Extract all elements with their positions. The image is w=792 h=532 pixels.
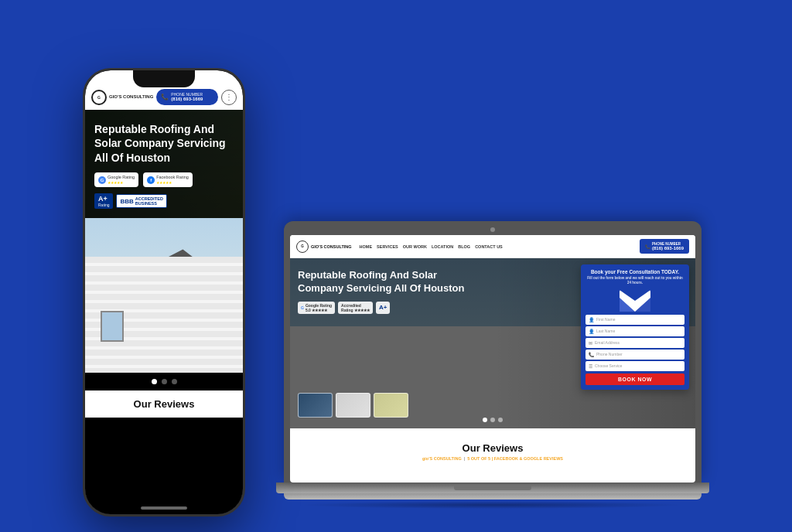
laptop-reviews-title: Our Reviews <box>463 442 524 454</box>
envelope-body <box>620 290 650 312</box>
phone-screen: G GIO'S CONSULTING 📞 PHONE NUMBER (816) … <box>85 70 243 514</box>
firstname-icon: 👤 <box>589 317 594 322</box>
laptop-nav-phone[interactable]: 📞 PHONE NUMBER (816) 693-1669 <box>640 239 689 254</box>
laptop-form-phone[interactable]: 📞 Phone Number <box>585 350 684 360</box>
phone-ratings: G Google Rating ★★★★★ f Facebook Rating <box>94 172 234 188</box>
facebook-logo: f <box>147 176 155 184</box>
laptop-shadow <box>299 501 686 509</box>
laptop-consultation-form: Book your Free Consultation TODAY. Fill … <box>581 264 689 390</box>
phone-menu-button[interactable]: ⋮ <box>221 90 237 105</box>
laptop-nav-links: HOME SERVICES OUR WORK LOCATION BLOG CON… <box>360 244 635 249</box>
phone-carousel-dots <box>85 373 243 390</box>
laptop-nav-phone-text: PHONE NUMBER (816) 693-1669 <box>652 242 684 251</box>
phone-house-image <box>85 218 243 373</box>
laptop-screen-container: G GIO'S CONSULTING HOME SERVICES OUR WOR… <box>284 221 702 483</box>
laptop-dot-1 <box>483 418 487 422</box>
laptop-form-lastname[interactable]: 👤 Last Name <box>585 326 684 336</box>
phone-reviews-section: Our Reviews <box>85 390 243 418</box>
phone-facebook-rating-text: Facebook Rating ★★★★★ <box>156 175 189 186</box>
laptop-logo-circle: G <box>296 240 309 253</box>
phone-logo-g: G <box>97 95 101 100</box>
laptop-logo-text: GIO'S CONSULTING <box>311 244 352 249</box>
laptop-form-firstname[interactable]: 👤 First Name <box>585 315 684 325</box>
phone-logo: G GIO'S CONSULTING <box>91 90 153 105</box>
phone-bbb-badges: A+ Rating BBB ACCREDITED BUSINESS <box>94 193 234 209</box>
phone-icon: 📞 <box>161 94 169 101</box>
phone-hero-content: Reputable Roofing And Solar Company Serv… <box>94 122 234 209</box>
phone-reviews-title: Our Reviews <box>93 398 235 410</box>
phone-mockup: G GIO'S CONSULTING 📞 PHONE NUMBER (816) … <box>83 68 245 517</box>
laptop-form-email[interactable]: ✉ Email Address <box>585 338 684 348</box>
nav-link-our-work[interactable]: OUR WORK <box>403 244 427 249</box>
laptop-screen: G GIO'S CONSULTING HOME SERVICES OUR WOR… <box>290 235 695 483</box>
phone-dot-2 <box>162 379 167 384</box>
phone-google-rating: G Google Rating ★★★★★ <box>94 172 138 188</box>
laptop-base <box>276 483 709 493</box>
envelope-left <box>620 298 635 312</box>
laptop-reviews-section: Our Reviews gio'S CONSULTING | 5 OUT OF … <box>290 428 695 475</box>
house-window <box>101 311 124 342</box>
laptop-mockup: G GIO'S CONSULTING HOME SERVICES OUR WOR… <box>276 221 709 509</box>
phone-dot-3 <box>172 379 177 384</box>
laptop-navbar: G GIO'S CONSULTING HOME SERVICES OUR WOR… <box>290 235 695 258</box>
laptop-thumb-3 <box>374 393 408 418</box>
google-logo: G <box>98 176 106 184</box>
scene: G GIO'S CONSULTING 📞 PHONE NUMBER (816) … <box>0 0 792 532</box>
laptop-form-header: Book your Free Consultation TODAY. Fill … <box>585 269 684 287</box>
phone-logo-text: GIO'S CONSULTING <box>109 94 153 100</box>
nav-link-contact[interactable]: CONTACT US <box>475 244 503 249</box>
laptop-hinge <box>454 486 531 490</box>
phone-cta-button[interactable]: 📞 PHONE NUMBER (816) 693-1669 <box>156 89 218 105</box>
laptop-hero-section: Reputable Roofing And Solar Company Serv… <box>290 258 695 428</box>
laptop-logo: G GIO'S CONSULTING <box>296 240 352 253</box>
nav-link-location[interactable]: LOCATION <box>432 244 453 249</box>
phone-google-rating-text: Google Rating ★★★★★ <box>108 175 135 186</box>
phone-facebook-rating: f Facebook Rating ★★★★★ <box>143 172 193 188</box>
laptop-dot-3 <box>498 418 503 422</box>
laptop-form-service[interactable]: ☰ Choose Service <box>585 361 684 371</box>
firstname-placeholder: First Name <box>596 317 615 322</box>
service-placeholder: Choose Service <box>595 363 622 368</box>
laptop-carousel-dots <box>483 418 503 422</box>
nav-link-blog[interactable]: BLOG <box>458 244 470 249</box>
laptop-thumb-2 <box>336 393 370 418</box>
laptop-thumb-1 <box>298 393 333 418</box>
phone-hero-title: Reputable Roofing And Solar Company Serv… <box>94 122 234 165</box>
lastname-icon: 👤 <box>589 329 594 334</box>
laptop-badge-accredited: AccreditedRating ★★★★★ <box>338 302 373 314</box>
laptop-form-envelope-icon <box>585 290 684 312</box>
laptop-reviews-subtitle: gio'S CONSULTING | 5 OUT OF 5 | FACEBOOK… <box>422 456 563 461</box>
service-icon: ☰ <box>589 363 592 369</box>
phone-hero-section: Reputable Roofing And Solar Company Serv… <box>85 110 243 218</box>
laptop-hero-thumbnails <box>298 393 408 418</box>
phone-dot-1 <box>152 379 157 384</box>
laptop-badge-aplus: A+ <box>376 302 390 314</box>
email-placeholder: Email Address <box>595 340 620 345</box>
phone-cta-label: PHONE NUMBER (816) 693-1669 <box>171 92 203 102</box>
phone-bbb-rating: A+ Rating <box>94 193 113 209</box>
phone-home-indicator <box>141 506 187 510</box>
laptop-form-submit-button[interactable]: BOOK NOW <box>585 373 684 385</box>
lastname-placeholder: Last Name <box>596 329 615 333</box>
phone-placeholder: Phone Number <box>596 352 623 356</box>
laptop-hero-badges: G Google Rating5.0 ★★★★★ AccreditedRatin… <box>298 302 483 314</box>
laptop-nav-phone-icon: 📞 <box>645 244 650 249</box>
phone-icon: 📞 <box>589 352 594 357</box>
laptop-hero-title: Reputable Roofing And Solar Company Serv… <box>298 269 483 295</box>
phone-device: G GIO'S CONSULTING 📞 PHONE NUMBER (816) … <box>83 68 245 517</box>
laptop-dot-2 <box>490 418 495 422</box>
nav-link-services[interactable]: SERVICES <box>377 244 398 249</box>
nav-link-home[interactable]: HOME <box>360 244 373 249</box>
phone-notch <box>133 70 195 87</box>
laptop-badge-google: G Google Rating5.0 ★★★★★ <box>298 302 335 314</box>
envelope-right <box>635 298 650 312</box>
phone-bbb-accredited: BBB ACCREDITED BUSINESS <box>116 194 166 208</box>
phone-logo-circle: G <box>91 90 107 105</box>
laptop-camera <box>490 227 495 232</box>
laptop-bottom <box>284 493 702 500</box>
email-icon: ✉ <box>589 340 592 346</box>
